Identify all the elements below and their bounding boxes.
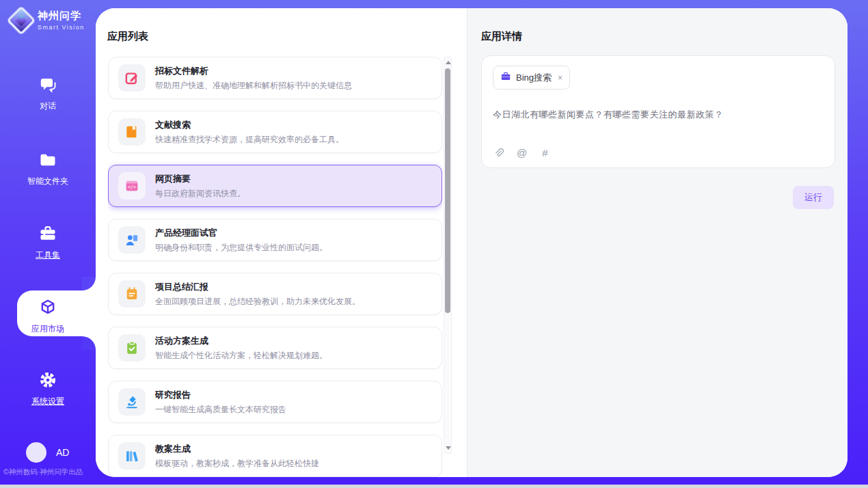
run-button[interactable]: 运行 bbox=[793, 186, 834, 209]
app-icon-tile bbox=[118, 388, 146, 416]
app-description: 明确身份和职责，为您提供专业性的面试问题。 bbox=[155, 242, 327, 254]
app-name: 项目总结汇报 bbox=[155, 281, 360, 293]
app-card-text: 招标文件解析帮助用户快速、准确地理解和解析招标书中的关键信息 bbox=[155, 65, 352, 92]
query-text[interactable]: 今日湖北有哪些新闻要点？有哪些需要关注的最新政策？ bbox=[493, 109, 824, 121]
app-name: 活动方案生成 bbox=[155, 335, 327, 347]
app-card-text: 教案生成模板驱动，教案秒成，教学准备从此轻松快捷 bbox=[155, 443, 319, 470]
paperclip-icon[interactable] bbox=[493, 147, 504, 159]
app-description: 帮助用户快速、准确地理解和解析招标书中的关键信息 bbox=[155, 80, 352, 92]
main-content: 应用列表 招标文件解析帮助用户快速、准确地理解和解析招标书中的关键信息文献搜索快… bbox=[96, 8, 847, 477]
sidebar-item-label: 对话 bbox=[0, 100, 96, 112]
app-card-text: 网页摘要每日政府新闻资讯快查。 bbox=[155, 173, 245, 200]
app-card[interactable]: 研究报告一键智能生成高质量长文本研究报告 bbox=[108, 381, 442, 423]
tool-tag-bing-search[interactable]: Bing搜索 × bbox=[493, 66, 570, 90]
app-card-text: 项目总结汇报全面回顾项目进展，总结经验教训，助力未来优化发展。 bbox=[155, 281, 360, 308]
app-detail-title: 应用详情 bbox=[481, 30, 522, 43]
toolbox-icon bbox=[38, 224, 57, 243]
logo-title: 神州问学 bbox=[38, 10, 85, 23]
app-card[interactable]: </>网页摘要每日政府新闻资讯快查。 bbox=[108, 165, 442, 207]
edit-document-icon bbox=[124, 70, 139, 85]
window-bottom-edge bbox=[0, 485, 868, 488]
scrollbar[interactable] bbox=[444, 57, 452, 454]
app-card[interactable]: 活动方案生成智能生成个性化活动方案，轻松解决规划难题。 bbox=[108, 327, 442, 369]
app-name: 网页摘要 bbox=[155, 173, 245, 185]
folder-icon bbox=[38, 150, 57, 170]
app-description: 智能生成个性化活动方案，轻松解决规划难题。 bbox=[155, 350, 327, 362]
app-card[interactable]: 产品经理面试官明确身份和职责，为您提供专业性的面试问题。 bbox=[108, 219, 442, 261]
app-icon-tile bbox=[118, 64, 146, 92]
books-icon bbox=[124, 448, 139, 463]
app-icon-tile bbox=[118, 334, 146, 362]
app-card[interactable]: 文献搜索快速精准查找学术资源，提高研究效率的必备工具。 bbox=[108, 111, 442, 153]
attachment-toolbar: @# bbox=[493, 147, 551, 159]
user-account[interactable]: AD bbox=[26, 442, 69, 463]
app-detail-panel: 应用详情 Bing搜索 × 今日湖北有哪些新闻要点？有哪些需要关注的最新政策？ … bbox=[467, 8, 847, 477]
tool-tag-label: Bing搜索 bbox=[516, 72, 552, 84]
app-card-text: 产品经理面试官明确身份和职责，为您提供专业性的面试问题。 bbox=[155, 227, 327, 254]
tag-close-icon[interactable]: × bbox=[558, 73, 562, 83]
app-name: 教案生成 bbox=[155, 443, 319, 455]
scroll-up-icon[interactable] bbox=[446, 61, 451, 64]
chat-icon bbox=[38, 75, 57, 94]
report-note-icon bbox=[124, 286, 139, 301]
app-icon-tile: </> bbox=[118, 172, 146, 200]
book-icon bbox=[124, 124, 139, 139]
active-nav-fillet-top bbox=[82, 277, 96, 290]
app-card-text: 活动方案生成智能生成个性化活动方案，轻松解决规划难题。 bbox=[155, 335, 327, 362]
app-card-text: 文献搜索快速精准查找学术资源，提高研究效率的必备工具。 bbox=[155, 119, 344, 146]
sidebar-item-chat[interactable]: 对话 bbox=[0, 75, 96, 112]
app-description: 一键智能生成高质量长文本研究报告 bbox=[155, 404, 286, 416]
sidebar-item-label: 应用市场 bbox=[0, 323, 96, 335]
logo-diamond-icon bbox=[7, 5, 36, 34]
sidebar-item-label: 智能文件夹 bbox=[0, 176, 96, 187]
app-icon-tile bbox=[118, 442, 146, 470]
sidebar-item-gear[interactable]: 系统设置 bbox=[0, 370, 96, 407]
hash-icon[interactable]: # bbox=[539, 147, 551, 159]
svg-text:</>: </> bbox=[128, 184, 137, 190]
app-description: 模板驱动，教案秒成，教学准备从此轻松快捷 bbox=[155, 458, 319, 470]
app-list-panel: 应用列表 招标文件解析帮助用户快速、准确地理解和解析招标书中的关键信息文献搜索快… bbox=[96, 8, 467, 477]
app-card-text: 研究报告一键智能生成高质量长文本研究报告 bbox=[155, 389, 286, 416]
app-logo: 神州问学 Smart Vision bbox=[0, 0, 96, 31]
app-list-title: 应用列表 bbox=[107, 30, 148, 43]
app-description: 快速精准查找学术资源，提高研究效率的必备工具。 bbox=[155, 134, 344, 146]
app-description: 全面回顾项目进展，总结经验教训，助力未来优化发展。 bbox=[155, 296, 360, 308]
app-icon-tile bbox=[118, 118, 146, 146]
sidebar-item-folder[interactable]: 智能文件夹 bbox=[0, 150, 96, 187]
app-name: 产品经理面试官 bbox=[155, 227, 327, 239]
sidebar-item-cube[interactable]: 应用市场 bbox=[0, 298, 96, 335]
logo-subtitle: Smart Vision bbox=[38, 24, 85, 31]
app-description: 每日政府新闻资讯快查。 bbox=[155, 188, 245, 200]
active-nav-fillet-bottom bbox=[82, 336, 96, 350]
copyright-footer: ©神州数码·神州问学出品 bbox=[3, 467, 96, 477]
gear-icon bbox=[38, 370, 57, 390]
webpage-code-icon: </> bbox=[124, 178, 139, 193]
sidebar: 神州问学 Smart Vision 对话智能文件夹工具集应用市场系统设置 AD … bbox=[0, 0, 96, 485]
clipboard-check-icon bbox=[124, 340, 139, 355]
cube-icon bbox=[38, 298, 57, 317]
scrollbar-thumb[interactable] bbox=[445, 68, 450, 313]
app-card[interactable]: 项目总结汇报全面回顾项目进展，总结经验教训，助力未来优化发展。 bbox=[108, 273, 442, 315]
app-card[interactable]: 招标文件解析帮助用户快速、准确地理解和解析招标书中的关键信息 bbox=[108, 57, 442, 99]
interviewer-icon bbox=[124, 232, 139, 247]
app-list: 招标文件解析帮助用户快速、准确地理解和解析招标书中的关键信息文献搜索快速精准查找… bbox=[108, 57, 442, 477]
logo-text: 神州问学 Smart Vision bbox=[38, 10, 85, 31]
app-card[interactable]: 教案生成模板驱动，教案秒成，教学准备从此轻松快捷 bbox=[108, 435, 442, 477]
user-initials: AD bbox=[56, 447, 69, 458]
app-name: 招标文件解析 bbox=[155, 65, 352, 77]
at-icon[interactable]: @ bbox=[516, 147, 528, 159]
app-icon-tile bbox=[118, 280, 146, 308]
briefcase-icon bbox=[500, 71, 511, 84]
app-name: 文献搜索 bbox=[155, 119, 344, 131]
app-icon-tile bbox=[118, 226, 146, 254]
avatar[interactable] bbox=[26, 442, 46, 463]
scroll-down-icon[interactable] bbox=[446, 446, 451, 450]
sidebar-item-label: 系统设置 bbox=[0, 396, 96, 407]
sidebar-item-toolbox[interactable]: 工具集 bbox=[0, 224, 96, 261]
sidebar-item-label: 工具集 bbox=[0, 249, 96, 261]
prompt-card: Bing搜索 × 今日湖北有哪些新闻要点？有哪些需要关注的最新政策？ @# bbox=[481, 55, 835, 168]
microscope-icon bbox=[124, 394, 139, 409]
app-name: 研究报告 bbox=[155, 389, 286, 401]
